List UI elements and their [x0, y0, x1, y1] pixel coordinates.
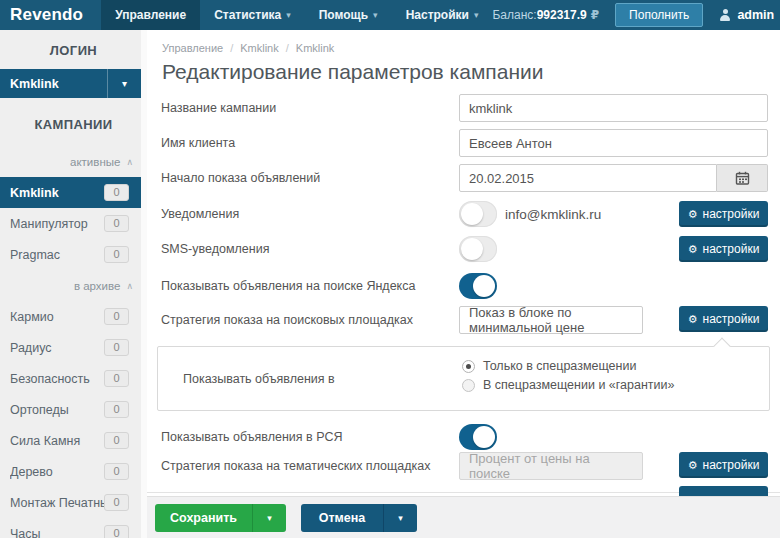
toggle-knob	[473, 426, 495, 448]
login-section-header: ЛОГИН	[0, 30, 147, 67]
sidebar-item-pragmac[interactable]: Pragmac 0	[0, 239, 141, 270]
toggle-knob	[461, 203, 483, 225]
settings-button-label: настройки	[703, 242, 760, 256]
datepicker-button[interactable]	[717, 164, 768, 192]
chevron-down-icon: ▾	[398, 513, 403, 523]
campaign-name-input[interactable]: kmklink	[459, 94, 768, 122]
client-name-input[interactable]: Евсеев Антон	[459, 129, 768, 157]
settings-button-label: настройки	[703, 312, 760, 326]
cancel-button[interactable]: Отмена	[301, 504, 383, 532]
count-badge: 0	[104, 463, 129, 480]
count-badge: 0	[104, 339, 129, 356]
breadcrumb-item[interactable]: Управление	[162, 42, 223, 54]
count-badge: 0	[104, 525, 129, 538]
save-button[interactable]: Сохранить	[155, 504, 252, 532]
sidebar-item-radius[interactable]: Радиус 0	[0, 332, 141, 363]
topup-button[interactable]: Пополнить	[615, 3, 703, 27]
sms-toggle[interactable]	[459, 236, 497, 262]
radio-selected-icon	[462, 360, 475, 373]
nav-item-label: Статистика	[214, 8, 281, 22]
sidebar-item-security[interactable]: Безопасность 0	[0, 363, 141, 394]
breadcrumb: Управление / Kmklink / Kmklink	[147, 30, 780, 54]
save-split-button: Сохранить ▾	[155, 504, 286, 532]
group-toggle-active[interactable]: активные ∧	[0, 146, 147, 177]
sms-settings-button[interactable]: ⚙ настройки	[679, 236, 768, 262]
form-row-notifications: Уведомления info@kmklink.ru ⚙ настройки	[147, 201, 780, 227]
toggle-knob	[473, 275, 495, 297]
save-dropdown-button[interactable]: ▾	[252, 504, 286, 532]
chevron-down-icon: ▾	[286, 10, 291, 20]
radio-option-special-only[interactable]: Только в спецразмещении	[462, 359, 636, 373]
sidebar-item-kmklink[interactable]: Kmklink 0	[0, 177, 141, 208]
breadcrumb-separator: /	[230, 42, 233, 54]
action-bar: Сохранить ▾ Отмена ▾	[147, 496, 780, 538]
form-row-search-strategy: Стратегия показа на поисковых площадках …	[147, 306, 780, 334]
nav-item-statistics[interactable]: Статистика ▾	[200, 0, 305, 30]
notifications-toggle[interactable]	[459, 201, 497, 227]
ruble-icon: ₽	[591, 8, 599, 22]
field-label: Имя клиента	[161, 136, 235, 150]
breadcrumb-item[interactable]: Kmklink	[240, 42, 279, 54]
form-row-client-name: Имя клиента Евсеев Антон	[147, 129, 780, 157]
panel-callout-arrow	[714, 338, 731, 355]
notifications-email: info@kmklink.ru	[505, 207, 601, 222]
balance-label: Баланс:	[492, 8, 536, 22]
search-strategy-settings-button[interactable]: ⚙ настройки	[679, 306, 768, 332]
field-label: Уведомления	[161, 207, 239, 221]
field-label: Название кампании	[161, 101, 276, 115]
sidebar-item-derevo[interactable]: Дерево 0	[0, 456, 141, 487]
nav-item-label: Управление	[115, 8, 186, 22]
cancel-split-button: Отмена ▾	[301, 504, 417, 532]
page-title: Редактирование параметров кампании	[162, 60, 780, 84]
theme-strategy-input[interactable]: Процент от цены на поиске	[459, 452, 643, 480]
settings-button-label: настройки	[703, 207, 760, 221]
sidebar: ЛОГИН Kmklink ▾ КАМПАНИИ активные ∧ Kmkl…	[0, 30, 147, 538]
field-label: Показывать объявления на поиске Яндекса	[161, 279, 415, 293]
count-badge: 0	[104, 432, 129, 449]
cancel-dropdown-button[interactable]: ▾	[383, 504, 417, 532]
user-icon	[719, 9, 731, 21]
search-strategy-input[interactable]: Показ в блоке по минимальной цене	[459, 306, 643, 334]
field-label: Начало показа объявлений	[161, 171, 320, 185]
gear-icon: ⚙	[688, 314, 698, 325]
group-label: активные	[70, 156, 120, 168]
radio-unselected-icon	[462, 379, 475, 392]
collapse-icon: ∧	[126, 157, 133, 167]
count-badge: 0	[104, 246, 129, 263]
start-date-input[interactable]: 20.02.2015	[459, 164, 717, 192]
nav-item-help[interactable]: Помощь ▾	[305, 0, 392, 30]
form-row-theme-strategy: Стратегия показа на тематических площадк…	[147, 452, 780, 480]
form-row-partially-hidden	[147, 480, 780, 493]
form-row-start-date: Начало показа объявлений 20.02.2015	[147, 164, 780, 192]
nav-item-settings[interactable]: Настройки ▾	[392, 0, 493, 30]
sidebar-item-sila-kamnya[interactable]: Сила Камня 0	[0, 425, 141, 456]
form-row-sms: SMS-уведомления ⚙ настройки	[147, 236, 780, 262]
breadcrumb-separator: /	[286, 42, 289, 54]
theme-strategy-settings-button[interactable]: ⚙ настройки	[679, 452, 768, 478]
count-badge: 0	[104, 215, 129, 232]
group-toggle-archive[interactable]: в архиве ∧	[0, 270, 147, 301]
balance-value: 992317.9	[537, 8, 587, 22]
sidebar-item-chasy[interactable]: Часы 0	[0, 518, 141, 538]
sidebar-item-manipulator[interactable]: Манипулятор 0	[0, 208, 141, 239]
toggle-knob	[461, 238, 483, 260]
yandex-search-toggle[interactable]	[459, 273, 497, 299]
count-badge: 0	[104, 494, 129, 511]
nav-item-management[interactable]: Управление	[101, 0, 200, 30]
notifications-settings-button[interactable]: ⚙ настройки	[679, 201, 768, 227]
app-logo: Revendo	[0, 0, 101, 30]
user-menu[interactable]: admin ▾	[719, 8, 780, 22]
chevron-down-icon: ▾	[373, 10, 378, 20]
chevron-down-icon: ▾	[474, 10, 479, 20]
sidebar-item-ortopedy[interactable]: Ортопеды 0	[0, 394, 141, 425]
placement-options-panel: Показывать объявления в Только в спецраз…	[157, 346, 770, 411]
chevron-down-icon: ▾	[107, 69, 141, 98]
sidebar-item-montazh[interactable]: Монтаж Печатны ... 0	[0, 487, 141, 518]
breadcrumb-item[interactable]: Kmklink	[296, 42, 335, 54]
rsya-toggle[interactable]	[459, 424, 497, 450]
sidebar-item-karmio[interactable]: Кармио 0	[0, 301, 141, 332]
radio-option-special-and-guarantee[interactable]: В спецразмещении и «гарантии»	[462, 378, 675, 392]
login-select-dropdown[interactable]: Kmklink ▾	[0, 69, 141, 98]
calendar-icon	[735, 171, 750, 185]
login-selected-value: Kmklink	[0, 77, 107, 91]
